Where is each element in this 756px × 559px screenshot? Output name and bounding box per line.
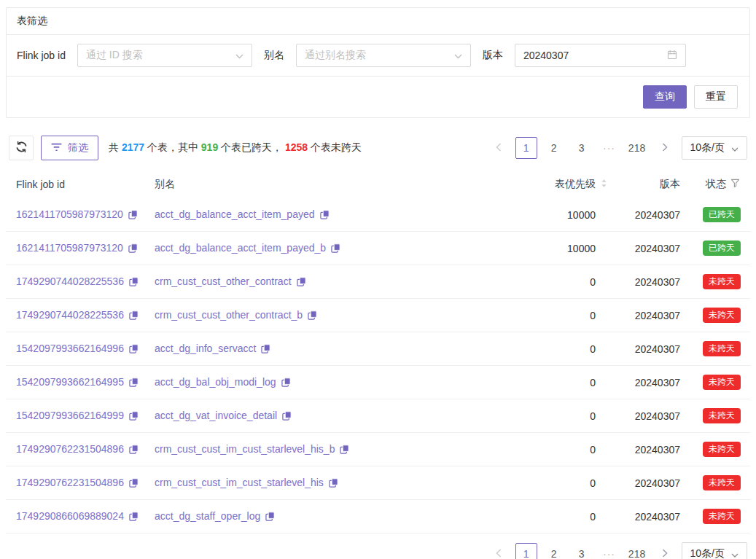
version-cell: 20240307 bbox=[613, 265, 686, 299]
pagination-page-3[interactable]: 3 bbox=[571, 137, 593, 159]
pagination-page-1[interactable]: 1 bbox=[515, 543, 537, 559]
pagination-prev[interactable] bbox=[488, 137, 510, 159]
page-size-value: 10条/页 bbox=[690, 141, 725, 155]
alias-link[interactable]: acct_dg_vat_invoice_detail bbox=[155, 410, 277, 421]
page-size-select[interactable]: 10条/页 bbox=[682, 136, 747, 160]
copy-icon[interactable] bbox=[282, 411, 292, 423]
alias-link[interactable]: acct_dg_info_servacct bbox=[155, 343, 256, 354]
pagination-page-218[interactable]: 218 bbox=[626, 137, 648, 159]
pagination-ellipsis[interactable]: ··· bbox=[599, 548, 620, 559]
job-id-link[interactable]: 1542097993662164999 bbox=[16, 410, 124, 421]
copy-icon[interactable] bbox=[129, 277, 139, 289]
filter-button-label: 筛选 bbox=[68, 141, 88, 155]
job-id-link[interactable]: 1542097993662164996 bbox=[16, 343, 124, 354]
copy-icon[interactable] bbox=[261, 344, 270, 356]
column-header-flink-job-id[interactable]: Flink job id bbox=[6, 172, 149, 198]
pagination-next[interactable] bbox=[654, 543, 676, 559]
copy-icon[interactable] bbox=[129, 310, 139, 322]
alias-link[interactable]: crm_cust_cust_other_contract_b bbox=[155, 309, 303, 321]
table-row: 1542097993662164996 acct_dg_info_servacc… bbox=[6, 332, 750, 366]
alias-link[interactable]: acct_dg_staff_oper_log bbox=[155, 510, 260, 522]
reset-button[interactable]: 重置 bbox=[694, 85, 738, 109]
copy-icon[interactable] bbox=[129, 344, 139, 356]
priority-cell: 10000 bbox=[504, 232, 613, 265]
copy-icon[interactable] bbox=[129, 478, 139, 490]
job-id-link[interactable]: 1749290762231504896 bbox=[16, 443, 124, 455]
job-id-link[interactable]: 1749290744028225536 bbox=[16, 309, 124, 321]
copy-icon[interactable] bbox=[340, 445, 349, 456]
copy-icon[interactable] bbox=[308, 310, 317, 322]
copy-icon[interactable] bbox=[129, 445, 139, 456]
alias-select[interactable]: 通过别名搜索 bbox=[296, 44, 471, 67]
status-badge: 未跨天 bbox=[703, 274, 741, 289]
alias-link[interactable]: acct_dg_balance_acct_item_payed_b bbox=[155, 242, 326, 254]
table-body: 1621411705987973120 acct_dg_balance_acct… bbox=[6, 198, 750, 533]
copy-icon[interactable] bbox=[329, 478, 338, 490]
flink-job-id-select[interactable]: 通过 ID 搜索 bbox=[77, 44, 252, 67]
pagination-next[interactable] bbox=[654, 137, 676, 159]
query-button[interactable]: 查询 bbox=[643, 85, 687, 109]
status-cell: 未跨天 bbox=[686, 466, 750, 500]
chevron-right-icon bbox=[662, 142, 668, 154]
flink-job-id-label: Flink job id bbox=[17, 50, 66, 61]
column-header-alias[interactable]: 别名 bbox=[149, 172, 504, 198]
copy-icon[interactable] bbox=[129, 378, 139, 389]
filter-button[interactable]: 筛选 bbox=[41, 136, 98, 160]
filter-funnel-icon[interactable] bbox=[730, 179, 740, 190]
job-id-link[interactable]: 1621411705987973120 bbox=[16, 242, 123, 254]
priority-cell: 10000 bbox=[504, 198, 613, 232]
job-id-link[interactable]: 1749290762231504896 bbox=[16, 477, 124, 488]
alias-link[interactable]: acct_dg_balance_acct_item_payed bbox=[155, 208, 315, 220]
pagination-prev[interactable] bbox=[488, 543, 510, 559]
table-row: 1542097993662164999 acct_dg_vat_invoice_… bbox=[6, 399, 750, 433]
flink-job-id-placeholder: 通过 ID 搜索 bbox=[86, 49, 143, 62]
priority-cell: 0 bbox=[504, 366, 613, 399]
alias-link[interactable]: crm_cust_cust_other_contract bbox=[155, 275, 292, 287]
version-cell: 20240307 bbox=[613, 466, 686, 500]
copy-icon[interactable] bbox=[128, 210, 138, 222]
copy-icon[interactable] bbox=[297, 277, 306, 289]
copy-icon[interactable] bbox=[320, 210, 330, 222]
status-badge: 未跨天 bbox=[703, 308, 741, 323]
version-value: 20240307 bbox=[523, 50, 569, 61]
pagination-ellipsis[interactable]: ··· bbox=[599, 142, 620, 154]
pagination-page-218[interactable]: 218 bbox=[626, 543, 648, 559]
version-cell: 20240307 bbox=[613, 500, 686, 533]
form-item-version: 版本 20240307 bbox=[483, 44, 686, 67]
pagination-page-3[interactable]: 3 bbox=[571, 543, 593, 559]
tables-table: Flink job id 别名 表优先级 版本 bbox=[6, 172, 750, 533]
copy-icon[interactable] bbox=[281, 378, 291, 389]
refresh-button[interactable] bbox=[9, 136, 34, 160]
pagination-page-2[interactable]: 2 bbox=[543, 137, 565, 159]
sort-icon[interactable] bbox=[601, 179, 607, 190]
alias-link[interactable]: crm_cust_cust_im_cust_starlevel_his_b bbox=[155, 443, 335, 455]
job-id-link[interactable]: 1542097993662164995 bbox=[16, 376, 124, 388]
job-id-link[interactable]: 1749290866069889024 bbox=[16, 510, 124, 522]
alias-link[interactable]: acct_dg_bal_obj_modi_log bbox=[155, 376, 276, 388]
page: 表筛选 Flink job id 通过 ID 搜索 别名 通过别名搜索 bbox=[0, 0, 756, 559]
copy-icon[interactable] bbox=[129, 411, 139, 423]
priority-cell: 0 bbox=[504, 433, 613, 466]
copy-icon[interactable] bbox=[331, 243, 340, 255]
alias-link[interactable]: crm_cust_cust_im_cust_starlevel_his bbox=[155, 477, 324, 488]
copy-icon[interactable] bbox=[265, 512, 275, 523]
filter-panel: 表筛选 Flink job id 通过 ID 搜索 别名 通过别名搜索 bbox=[6, 7, 750, 118]
copy-icon[interactable] bbox=[129, 512, 139, 523]
page-size-select[interactable]: 10条/页 bbox=[682, 542, 747, 559]
table-row: 1749290762231504896 crm_cust_cust_im_cus… bbox=[6, 466, 750, 500]
version-cell: 20240307 bbox=[613, 399, 686, 433]
job-id-link[interactable]: 1621411705987973120 bbox=[16, 208, 123, 220]
version-cell: 20240307 bbox=[613, 198, 686, 232]
job-id-link[interactable]: 1749290744028225536 bbox=[16, 275, 124, 287]
pagination-page-1[interactable]: 1 bbox=[515, 137, 537, 159]
status-cell: 未跨天 bbox=[686, 399, 750, 433]
filter-form: Flink job id 通过 ID 搜索 别名 通过别名搜索 bbox=[7, 35, 749, 77]
pagination-page-2[interactable]: 2 bbox=[543, 543, 565, 559]
crossed-count: 919 bbox=[201, 141, 218, 153]
copy-icon[interactable] bbox=[128, 243, 138, 255]
filter-actions: 查询 重置 bbox=[7, 77, 749, 117]
column-header-status[interactable]: 状态 bbox=[686, 172, 750, 198]
column-header-priority[interactable]: 表优先级 bbox=[504, 172, 613, 198]
chevron-down-icon bbox=[731, 142, 739, 154]
version-date-input[interactable]: 20240307 bbox=[515, 44, 686, 67]
